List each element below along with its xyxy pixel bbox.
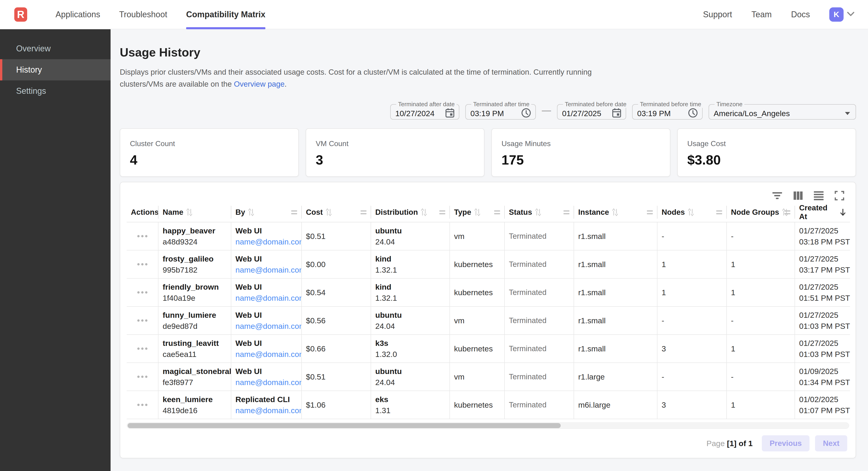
avatar[interactable]: K xyxy=(829,7,844,22)
columns-icon[interactable] xyxy=(793,190,804,201)
brand-logo[interactable]: R xyxy=(14,7,27,22)
cell-instance: r1.small xyxy=(574,251,657,278)
timezone-select[interactable]: Timezone America/Los_Angeles xyxy=(709,101,856,120)
cell-type: kubernetes xyxy=(450,251,505,278)
row-actions-button[interactable] xyxy=(135,373,150,380)
cell-name: keen_lumiere 4819de16 xyxy=(158,391,231,419)
cell-status: Terminated xyxy=(505,391,574,419)
page-indicator: Page [1] of 1 xyxy=(707,439,752,448)
terminated-after-time-value[interactable]: 03:19 PM xyxy=(470,109,504,118)
cell-node-groups: - xyxy=(727,363,795,390)
fullscreen-icon[interactable] xyxy=(834,190,845,201)
created-by-email-link[interactable]: name@domain.com xyxy=(236,405,297,416)
created-by-email-link[interactable]: name@domain.com xyxy=(236,321,297,332)
stat-label: Usage Cost xyxy=(687,139,846,148)
cell-actions xyxy=(127,307,158,334)
terminated-after-date-value[interactable]: 10/27/2024 xyxy=(395,109,434,118)
team-link[interactable]: Team xyxy=(751,10,772,19)
created-by-email-link[interactable]: name@domain.com xyxy=(236,264,297,275)
instance-value: m6i.large xyxy=(578,399,653,410)
type-value: vm xyxy=(454,315,500,326)
column-menu-icon[interactable] xyxy=(361,210,367,214)
chevron-down-icon[interactable] xyxy=(847,11,855,18)
row-actions-button[interactable] xyxy=(135,261,150,268)
terminated-before-time-field[interactable]: Terminated before time 03:19 PM xyxy=(632,101,703,120)
filter-icon[interactable] xyxy=(772,190,783,201)
column-header-type[interactable]: Type xyxy=(450,203,505,222)
terminated-after-date-field[interactable]: Terminated after date 10/27/2024 xyxy=(390,101,459,120)
created-by-source: Replicated CLI xyxy=(236,394,297,405)
next-button[interactable]: Next xyxy=(815,435,847,451)
node-groups-value: - xyxy=(731,371,790,382)
sort-arrows-icon xyxy=(326,208,332,216)
created-time: 01:03 PM PST xyxy=(799,321,846,332)
terminated-before-date-field[interactable]: Terminated before date 01/27/2025 xyxy=(557,101,626,120)
column-header-distribution[interactable]: Distribution xyxy=(371,203,450,222)
created-by-email-link[interactable]: name@domain.com xyxy=(236,292,297,303)
column-header-name[interactable]: Name xyxy=(158,203,231,222)
tab-compatibility-matrix[interactable]: Compatibility Matrix xyxy=(177,0,275,29)
sidebar-item-history[interactable]: History xyxy=(0,59,111,81)
column-menu-icon[interactable] xyxy=(563,210,569,214)
cell-name: trusting_leavitt cae5ea11 xyxy=(158,335,231,362)
dropdown-caret-icon[interactable] xyxy=(845,112,850,115)
sort-arrows-icon xyxy=(612,208,618,216)
cell-actions xyxy=(127,391,158,419)
previous-button[interactable]: Previous xyxy=(762,435,809,451)
created-by-email-link[interactable]: name@domain.com xyxy=(236,377,297,388)
cell-distribution: k3s 1.32.0 xyxy=(371,335,450,362)
column-menu-icon[interactable] xyxy=(291,210,297,214)
sidebar-item-overview[interactable]: Overview xyxy=(0,38,111,59)
sidebar-item-settings[interactable]: Settings xyxy=(0,81,111,101)
column-menu-icon[interactable] xyxy=(494,210,500,214)
created-by-source: Web UI xyxy=(236,337,297,349)
terminated-before-date-value[interactable]: 01/27/2025 xyxy=(562,109,601,118)
nodes-value: 3 xyxy=(661,399,722,410)
column-menu-icon[interactable] xyxy=(439,210,445,214)
terminated-after-time-field[interactable]: Terminated after time 03:19 PM xyxy=(465,101,536,120)
column-header-by[interactable]: By xyxy=(231,203,302,222)
row-actions-button[interactable] xyxy=(135,345,150,352)
calendar-icon[interactable] xyxy=(445,108,455,119)
docs-link[interactable]: Docs xyxy=(791,10,810,19)
clock-icon[interactable] xyxy=(688,108,698,119)
support-link[interactable]: Support xyxy=(703,10,732,19)
overview-page-link[interactable]: Overview page xyxy=(234,80,284,88)
calendar-icon[interactable] xyxy=(612,108,621,119)
tab-troubleshoot[interactable]: Troubleshoot xyxy=(110,0,177,29)
column-header-created-at[interactable]: Created At xyxy=(795,203,850,222)
density-icon[interactable] xyxy=(813,190,824,201)
row-actions-button[interactable] xyxy=(135,233,150,240)
column-header-node-groups[interactable]: Node Groups xyxy=(727,203,795,222)
nodes-value: 1 xyxy=(661,287,722,298)
cell-by: Replicated CLI name@domain.com xyxy=(231,391,302,419)
column-menu-icon[interactable] xyxy=(716,210,722,214)
timezone-value[interactable]: America/Los_Angeles xyxy=(714,109,790,118)
column-header-status[interactable]: Status xyxy=(505,203,574,222)
created-time: 03:17 PM PST xyxy=(799,264,846,275)
table-header-row: ActionsNameByCostDistributionTypeStatusI… xyxy=(127,203,850,223)
tab-applications[interactable]: Applications xyxy=(46,0,110,29)
cell-node-groups: - xyxy=(727,307,795,334)
stat-value: 4 xyxy=(130,152,289,168)
column-header-nodes[interactable]: Nodes xyxy=(657,203,727,222)
cell-name: happy_beaver a48d9324 xyxy=(158,223,231,250)
column-header-cost[interactable]: Cost xyxy=(302,203,371,222)
column-header-instance[interactable]: Instance xyxy=(574,203,657,222)
cell-node-groups: 1 xyxy=(727,251,795,278)
row-actions-button[interactable] xyxy=(135,317,150,324)
row-actions-button[interactable] xyxy=(135,289,150,296)
terminated-before-time-value[interactable]: 03:19 PM xyxy=(637,109,671,118)
clock-icon[interactable] xyxy=(521,108,531,119)
column-menu-icon[interactable] xyxy=(647,210,653,214)
distribution-name: kind xyxy=(375,253,445,264)
column-header-actions[interactable]: Actions xyxy=(127,203,158,222)
column-menu-icon[interactable] xyxy=(784,210,790,214)
created-by-email-link[interactable]: name@domain.com xyxy=(236,236,297,247)
main-nav: Applications Troubleshoot Compatibility … xyxy=(46,0,275,29)
scrollbar-thumb[interactable] xyxy=(128,423,561,428)
node-groups-value: 1 xyxy=(731,399,790,410)
created-by-email-link[interactable]: name@domain.com xyxy=(236,349,297,360)
horizontal-scrollbar[interactable] xyxy=(127,422,849,429)
row-actions-button[interactable] xyxy=(135,402,150,408)
